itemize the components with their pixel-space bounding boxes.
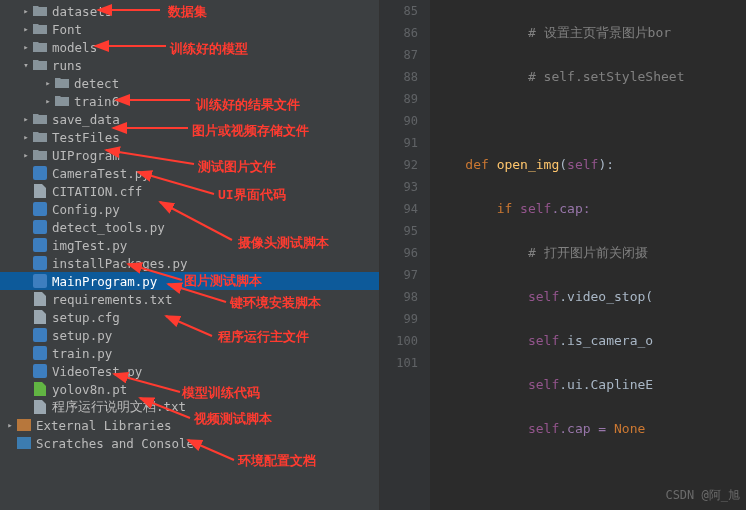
tree-file-config[interactable]: Config.py [0, 200, 379, 218]
code-line: def open_img(self): [434, 154, 746, 176]
tree-file-installpkg[interactable]: installPackages.py [0, 254, 379, 272]
tree-scratches[interactable]: Scratches and Consoles [0, 434, 379, 452]
watermark: CSDN @阿_旭 [665, 487, 740, 504]
svg-rect-6 [33, 328, 47, 342]
tree-folder-datasets[interactable]: ▸datasets [0, 2, 379, 20]
tree-file-mainprogram[interactable]: MainProgram.py [0, 272, 379, 290]
tree-folder-uiprogram[interactable]: ▸UIProgram [0, 146, 379, 164]
tree-external-libraries[interactable]: ▸External Libraries [0, 416, 379, 434]
code-line: # self.setStyleSheet [434, 66, 746, 88]
code-line: self.video_stop( [434, 286, 746, 308]
code-line [434, 462, 746, 484]
tree-folder-train6[interactable]: ▸train6 [0, 92, 379, 110]
tree-folder-font[interactable]: ▸Font [0, 20, 379, 38]
code-area[interactable]: # 设置主页背景图片bor # self.setStyleSheet def o… [430, 0, 746, 510]
tree-folder-detect[interactable]: ▸detect [0, 74, 379, 92]
code-line: if self.cap: [434, 198, 746, 220]
tree-folder-save-data[interactable]: ▸save_data [0, 110, 379, 128]
tree-folder-testfiles[interactable]: ▸TestFiles [0, 128, 379, 146]
tree-file-cameratest[interactable]: CameraTest.py [0, 164, 379, 182]
code-line: # 弹出的窗口名称：'打 [434, 506, 746, 510]
svg-rect-8 [33, 364, 47, 378]
code-line [434, 110, 746, 132]
svg-rect-3 [33, 238, 47, 252]
tree-folder-models[interactable]: ▸models [0, 38, 379, 56]
tree-file-readme[interactable]: 程序运行说明文档.txt [0, 398, 379, 416]
tree-file-requirements[interactable]: requirements.txt [0, 290, 379, 308]
svg-rect-7 [33, 346, 47, 360]
tree-file-setuppy[interactable]: setup.py [0, 326, 379, 344]
tree-file-detect-tools[interactable]: detect_tools.py [0, 218, 379, 236]
tree-file-videotest[interactable]: VideoTest.py [0, 362, 379, 380]
svg-rect-9 [17, 419, 31, 431]
svg-rect-4 [33, 256, 47, 270]
tree-file-imgtest[interactable]: imgTest.py [0, 236, 379, 254]
tree-folder-runs[interactable]: ▾runs [0, 56, 379, 74]
code-line: # 设置主页背景图片bor [434, 22, 746, 44]
tree-file-train[interactable]: train.py [0, 344, 379, 362]
tree-file-yolov8n[interactable]: yolov8n.pt [0, 380, 379, 398]
svg-rect-2 [33, 220, 47, 234]
svg-rect-0 [33, 166, 47, 180]
tree-file-citation[interactable]: CITATION.cff [0, 182, 379, 200]
code-editor[interactable]: 858687888990919293949596979899100101 # 设… [380, 0, 746, 510]
project-tree[interactable]: ▸datasets ▸Font ▸models ▾runs ▸detect ▸t… [0, 0, 380, 510]
code-line: self.ui.CaplineE [434, 374, 746, 396]
code-line: self.is_camera_o [434, 330, 746, 352]
line-gutter: 858687888990919293949596979899100101 [380, 0, 430, 510]
svg-rect-10 [17, 437, 31, 449]
svg-rect-5 [33, 274, 47, 288]
code-line: self.cap = None [434, 418, 746, 440]
code-line: # 打开图片前关闭摄 [434, 242, 746, 264]
svg-rect-1 [33, 202, 47, 216]
tree-file-setupcfg[interactable]: setup.cfg [0, 308, 379, 326]
